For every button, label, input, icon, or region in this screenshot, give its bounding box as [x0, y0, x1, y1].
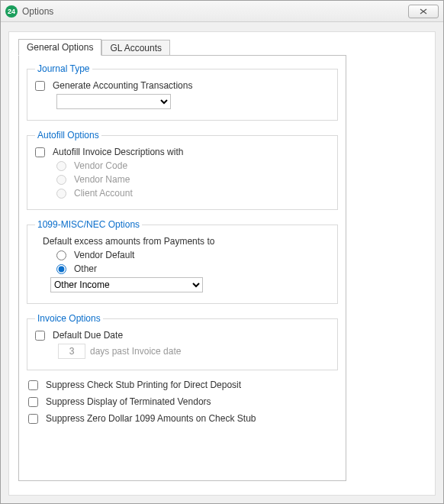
app-icon: 24 [5, 5, 18, 18]
group-autofill-options: Autofill Options Autofill Invoice Descri… [27, 130, 338, 210]
group-journal-type-legend: Journal Type [35, 63, 92, 74]
options-window: 24 Options Save Exit General Options GL … [0, 0, 444, 504]
label-vendor-name: Vendor Name [74, 174, 130, 185]
radio-vendor-code [56, 161, 66, 171]
select-journal-type[interactable] [56, 94, 171, 109]
row-suppress-terminated: Suppress Display of Terminated Vendors [28, 396, 338, 407]
row-autofill-main: Autofill Invoice Descriptions with [35, 147, 330, 157]
input-days-past [58, 344, 85, 359]
group-1099-legend: 1099-MISC/NEC Options [35, 219, 142, 230]
label-client-account: Client Account [74, 188, 133, 199]
checkbox-suppress-stub[interactable] [28, 380, 38, 390]
radio-client-account [56, 189, 66, 199]
label-suppress-zero: Suppress Zero Dollar 1099 Amounts on Che… [46, 413, 256, 424]
row-client-account: Client Account [56, 188, 330, 199]
label-generate-transactions: Generate Accounting Transactions [53, 80, 192, 91]
label-suppress-terminated: Suppress Display of Terminated Vendors [46, 396, 211, 407]
group-invoice-options: Invoice Options Default Due Date days pa… [27, 313, 338, 370]
window-title: Options [22, 6, 53, 17]
row-vendor-name: Vendor Name [56, 174, 330, 185]
close-button[interactable] [408, 5, 439, 18]
close-icon [419, 8, 428, 15]
row-vendor-code: Vendor Code [56, 160, 330, 171]
tab-strip: General Options GL Accounts [18, 38, 435, 55]
radio-other[interactable] [56, 264, 66, 274]
label-1099-default: Default excess amounts from Payments to [43, 236, 214, 247]
label-suppress-stub: Suppress Check Stub Printing for Direct … [46, 380, 241, 390]
row-days-past: days past Invoice date [58, 344, 330, 359]
row-generate-transactions: Generate Accounting Transactions [35, 80, 330, 91]
label-days-past: days past Invoice date [90, 346, 181, 357]
label-default-due-date: Default Due Date [53, 330, 123, 341]
row-vendor-default: Vendor Default [56, 250, 330, 260]
row-default-due-date: Default Due Date [35, 330, 330, 341]
tab-gl-accounts[interactable]: GL Accounts [101, 40, 170, 56]
bottom-checkboxes: Suppress Check Stub Printing for Direct … [27, 380, 338, 424]
checkbox-default-due-date[interactable] [35, 331, 45, 341]
dialog-body: General Options GL Accounts Journal Type… [8, 31, 436, 496]
group-journal-type: Journal Type Generate Accounting Transac… [27, 63, 338, 121]
row-journal-select [56, 94, 330, 109]
group-invoice-legend: Invoice Options [35, 313, 103, 324]
label-autofill-descriptions: Autofill Invoice Descriptions with [53, 147, 183, 157]
checkbox-suppress-terminated[interactable] [28, 397, 38, 407]
checkbox-suppress-zero[interactable] [28, 414, 38, 424]
label-vendor-default: Vendor Default [74, 250, 134, 260]
select-other-income[interactable]: Other Income [50, 277, 203, 292]
tab-general-options[interactable]: General Options [18, 39, 101, 56]
label-other: Other [74, 263, 97, 274]
row-1099-default-label: Default excess amounts from Payments to [43, 236, 330, 247]
radio-vendor-default[interactable] [56, 250, 66, 260]
row-other: Other [56, 263, 330, 274]
group-autofill-legend: Autofill Options [35, 130, 101, 141]
label-vendor-code: Vendor Code [74, 160, 127, 171]
row-suppress-zero: Suppress Zero Dollar 1099 Amounts on Che… [28, 413, 338, 424]
row-other-income-select: Other Income [50, 277, 330, 292]
group-1099-options: 1099-MISC/NEC Options Default excess amo… [27, 219, 338, 304]
tab-pane-general: Journal Type Generate Accounting Transac… [18, 55, 346, 481]
radio-vendor-name [56, 175, 66, 185]
checkbox-autofill-descriptions[interactable] [35, 147, 45, 157]
row-suppress-stub: Suppress Check Stub Printing for Direct … [28, 380, 338, 390]
titlebar: 24 Options [1, 1, 443, 22]
checkbox-generate-transactions[interactable] [35, 81, 45, 91]
